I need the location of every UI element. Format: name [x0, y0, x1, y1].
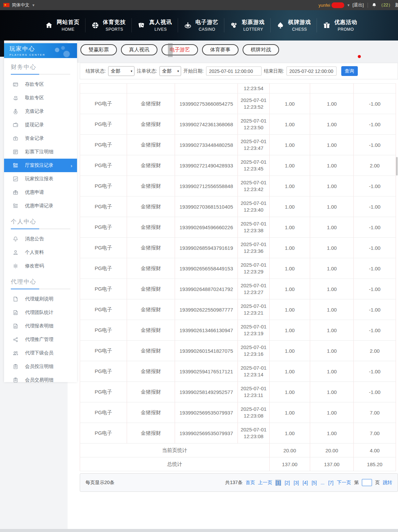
cell-game: 金猪报财 [127, 196, 175, 217]
nav-item-promo[interactable]: 优惠活动PROMO [317, 19, 363, 32]
cell-platform: PG电子 [80, 135, 127, 155]
sidebar-item-agent-report-details[interactable]: 代理报表明细 [4, 319, 77, 333]
nav-item-lives[interactable]: 真人视讯LIVES [132, 19, 178, 32]
table-row: PG电子 金猪报财 1939902712556558848 2025-07-01… [80, 176, 396, 196]
cell-winloss: -1.00 [354, 238, 396, 258]
roulette-icon [184, 21, 192, 29]
cell-time: 2025-07-0112:23:45 [238, 155, 270, 176]
nav-item-home[interactable]: 网站首页HOME [39, 19, 85, 32]
message-count[interactable]: （22） [379, 2, 393, 8]
cell-platform: PG电子 [80, 114, 127, 135]
scrollbar-thumb[interactable] [168, 43, 173, 57]
page-jump-input[interactable] [362, 479, 372, 486]
sidebar-item-withdraw[interactable]: 取款专区 [4, 91, 77, 105]
cell-bet-amount: 1.00 [270, 361, 310, 382]
sidebar-item-member-bet-details[interactable]: 会员投注明细 [4, 360, 77, 373]
username-redaction [331, 2, 344, 8]
cell-game: 金猪报财 [127, 423, 175, 444]
nav-item-chess[interactable]: 棋牌游戏CHESS [271, 19, 317, 32]
cell-platform: PG电子 [80, 423, 127, 444]
sidebar-item-withdrawal-records[interactable]: 提现记录 [4, 118, 77, 132]
sidebar-item-label: 存款专区 [25, 81, 44, 87]
page-link-5[interactable]: [5] [311, 480, 317, 486]
page-link-4[interactable]: [4] [302, 480, 308, 486]
cell-bet-id: 1939902601541827075 [175, 341, 238, 361]
logout-button[interactable]: [退出] [352, 2, 364, 8]
cell-winloss: -1.00 [354, 361, 396, 382]
nav-label-cn: 网站首页 [57, 19, 80, 26]
sidebar-item-hall-bet-records[interactable]: 厅室投注记录› [4, 159, 77, 172]
page-link-3[interactable]: [3] [293, 480, 299, 486]
vertical-scrollbar-thumb[interactable] [396, 157, 398, 176]
nav-item-lottery[interactable]: 彩票游戏LOTTERY [224, 19, 270, 32]
nav-item-casino[interactable]: 电子游艺CASINO [178, 19, 224, 32]
sidebar-item-lottery-bet-details[interactable]: 彩票下注明细 [4, 145, 77, 159]
sidebar-item-label: 会员交易明细 [25, 377, 53, 383]
start-date-input[interactable] [206, 66, 262, 76]
order-status-select[interactable]: 全部▾ [159, 66, 181, 76]
sidebar-item-promo-apply-records[interactable]: 优惠申请记录 [4, 199, 77, 213]
tab-live-video[interactable]: 真人视讯 [121, 44, 157, 55]
sidebar-item-label: 优惠申请 [25, 189, 44, 195]
first-page-link[interactable]: 首页 [246, 480, 255, 486]
sidebar-item-deposit[interactable]: 存款专区 [4, 78, 77, 91]
sidebar-item-member-transaction-details[interactable]: 会员交易明细 [4, 373, 77, 387]
page-link-7[interactable]: [7] [328, 480, 334, 486]
sidebar-item-agent-sub-members[interactable]: 代理下级会员 [4, 346, 77, 360]
settle-status-select[interactable]: 全部▾ [108, 66, 134, 76]
end-date-input[interactable] [287, 66, 337, 76]
cell-game: 金猪报财 [127, 320, 175, 341]
sidebar-item-announcements[interactable]: 消息公告 [4, 232, 77, 246]
coupon-icon [13, 190, 18, 195]
settle-status-label: 结算状态: [85, 68, 106, 74]
sidebar-item-agent-promotion[interactable]: 代理推广管理 [4, 333, 77, 346]
sidebar-item-funds-records[interactable]: 资金记录 [4, 132, 77, 145]
cell-time: 2025-07-0112:23:47 [238, 135, 270, 155]
sidebar-item-change-password[interactable]: 修改密码 [4, 259, 77, 273]
tab-chess-battle[interactable]: 棋牌对战 [243, 44, 279, 55]
cell-winloss: -1.00 [354, 258, 396, 279]
nav-item-sports[interactable]: 体育竞技SPORTS [85, 19, 131, 32]
page-link-2[interactable]: [2] [284, 480, 290, 486]
nav-label-cn: 真人视讯 [149, 19, 172, 26]
cell-bet-amount: 1.00 [270, 258, 310, 279]
list-detail-icon [13, 203, 18, 209]
bell-icon[interactable] [372, 3, 377, 8]
next-page-link[interactable]: 下一页 [337, 480, 351, 486]
cell-bet-id: 1939902656558449153 [175, 258, 238, 279]
cell-game: 金猪报财 [127, 402, 175, 423]
jump-button[interactable]: 跳转 [383, 480, 392, 486]
username[interactable]: yunfei [319, 3, 330, 8]
sidebar-item-player-bet-report[interactable]: 玩家投注报表 [4, 172, 77, 186]
sidebar-item-agent-team-stats[interactable]: 代理团队统计 [4, 306, 77, 319]
sidebar-item-promo-apply[interactable]: 优惠申请 [4, 186, 77, 199]
sidebar-item-agent-rules[interactable]: 代理规则说明 [4, 292, 77, 306]
cell-bet-id: 1939902613466130947 [175, 320, 238, 341]
end-date-label: 结束日期: [264, 68, 284, 74]
search-button[interactable]: 查询 [341, 66, 358, 76]
page-link-6[interactable]: ... [320, 480, 325, 486]
chevron-down-icon: ▾ [177, 69, 179, 73]
cell-bet-amount: 1.00 [270, 176, 310, 196]
bell-icon [13, 236, 18, 242]
message-suffix[interactable]: 新 [395, 2, 398, 8]
chevron-down-icon[interactable]: ▼ [347, 3, 350, 7]
cell-valid-bet: 1.00 [310, 155, 354, 176]
sidebar-item-recharge-records[interactable]: 充值记录 [4, 105, 77, 118]
cell-valid-bet: 1.00 [310, 135, 354, 155]
page-link-1[interactable]: [1] [275, 480, 281, 486]
language-selector[interactable]: ★ 简体中文 ▼ [3, 2, 35, 8]
cell-time: 2025-07-0112:23:50 [238, 114, 270, 135]
tab-electronic-games[interactable]: 电子游艺 [161, 44, 198, 55]
prev-page-link[interactable]: 上一页 [258, 480, 272, 486]
cell-platform: PG电子 [80, 94, 127, 114]
tab-sports-events[interactable]: 体育赛事 [202, 44, 239, 55]
tab-double-win-lottery[interactable]: 雙赢彩票 [80, 44, 117, 55]
cell-platform: PG电子 [80, 341, 127, 361]
list-icon [13, 149, 18, 155]
cell-time: 2025-07-0112:23:36 [238, 238, 270, 258]
sidebar-item-profile[interactable]: 个人资料 [4, 246, 77, 259]
sidebar-header: 玩家中心 PLAYERS CENTER [4, 43, 77, 58]
cell-winloss: -1.00 [354, 382, 396, 402]
cell-winloss: -1.00 [354, 217, 396, 238]
